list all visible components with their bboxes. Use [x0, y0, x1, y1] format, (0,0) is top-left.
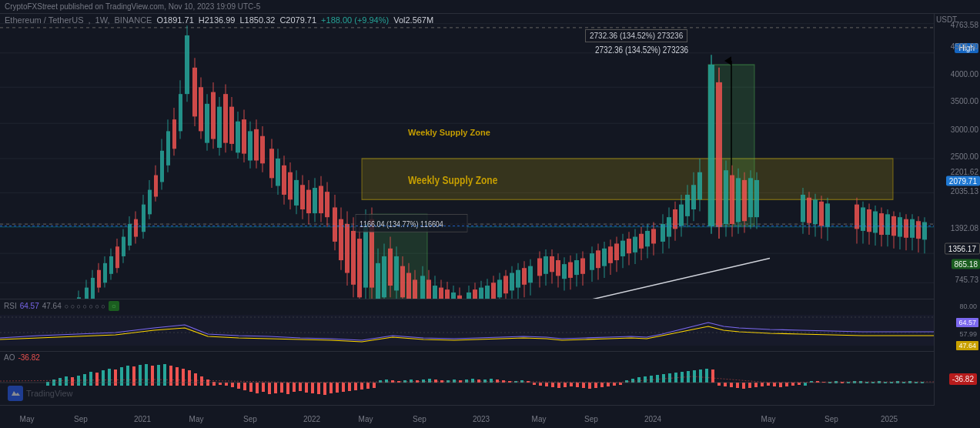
- svg-rect-296: [83, 374, 86, 386]
- time-label-2025: 2025: [881, 415, 898, 423]
- svg-rect-326: [268, 383, 271, 394]
- svg-rect-351: [422, 380, 425, 383]
- svg-rect-314: [194, 373, 197, 386]
- svg-rect-383: [619, 383, 622, 385]
- ao-value: -36.82: [18, 353, 39, 362]
- svg-rect-371: [545, 383, 548, 386]
- price-3000: 3000.00: [951, 125, 978, 134]
- ao-value-badge: -36.82: [949, 373, 977, 385]
- svg-rect-384: [625, 380, 628, 383]
- svg-rect-373: [557, 383, 560, 388]
- rsi-level-57: 57.99: [959, 330, 977, 338]
- rsi-level-64: 64.57: [956, 318, 978, 327]
- svg-rect-324: [256, 383, 259, 393]
- svg-rect-363: [496, 380, 499, 383]
- ao-label-row: AO -36.82: [4, 353, 40, 362]
- svg-rect-385: [631, 379, 634, 383]
- ao-chart: [0, 363, 934, 403]
- svg-rect-341: [360, 383, 363, 390]
- rsi-dots: ○ ○ ○ ○ ○ ○ ○: [65, 303, 105, 310]
- time-label-2024: 2024: [644, 415, 661, 423]
- svg-rect-345: [385, 380, 388, 383]
- svg-rect-389: [656, 375, 659, 383]
- time-label-sep2: Sep: [243, 415, 257, 423]
- svg-rect-425: [878, 381, 881, 383]
- svg-rect-372: [551, 383, 554, 387]
- svg-rect-359: [471, 379, 474, 383]
- svg-rect-300: [108, 369, 111, 386]
- tradingview-text: TradingView: [26, 389, 73, 398]
- svg-rect-386: [637, 377, 641, 383]
- time-axis: May Sep 2021 May Sep 2022 May Sep 2023 M…: [0, 405, 934, 428]
- svg-text:1166.04 (134.77%) 116604: 1166.04 (134.77%) 116604: [360, 219, 443, 229]
- svg-rect-320: [231, 383, 234, 387]
- low-value: L1850.32: [239, 15, 275, 25]
- price-4763: 4763.58: [951, 21, 978, 29]
- price-4500: 4500.00: [951, 42, 978, 51]
- time-label-may2: May: [189, 415, 204, 423]
- svg-rect-403: [742, 383, 745, 389]
- svg-rect-301: [114, 369, 117, 386]
- svg-rect-336: [329, 383, 333, 393]
- rsi-level-80: 80.00: [959, 303, 977, 310]
- svg-rect-328: [280, 383, 283, 393]
- svg-rect-374: [564, 383, 567, 387]
- svg-rect-412: [798, 383, 801, 385]
- svg-rect-411: [791, 383, 794, 386]
- exchange: BINANCE: [115, 15, 152, 25]
- svg-rect-299: [102, 370, 105, 386]
- time-label-may: May: [20, 415, 35, 423]
- svg-rect-346: [391, 380, 394, 383]
- svg-rect-388: [650, 376, 653, 383]
- time-label-may5: May: [761, 415, 776, 423]
- svg-rect-323: [249, 383, 253, 392]
- svg-rect-311: [176, 367, 179, 386]
- svg-rect-342: [366, 383, 370, 389]
- svg-rect-381: [607, 383, 610, 386]
- volume-value: Vol2.567M: [393, 15, 433, 25]
- svg-rect-396: [699, 369, 702, 383]
- svg-rect-340: [354, 383, 357, 390]
- svg-rect-333: [311, 383, 314, 393]
- high-value: H2136.99: [199, 15, 236, 25]
- svg-rect-293: [65, 376, 68, 386]
- svg-rect-337: [336, 383, 339, 393]
- rsi-label: RSI: [4, 302, 17, 310]
- svg-rect-378: [588, 383, 591, 389]
- svg-rect-335: [323, 383, 326, 395]
- svg-rect-315: [200, 376, 203, 386]
- time-label-sep3: Sep: [413, 415, 426, 423]
- svg-rect-313: [188, 370, 191, 386]
- svg-rect-321: [237, 383, 240, 389]
- svg-rect-295: [77, 376, 80, 386]
- rsi-axis: 80.00 64.57 57.99 47.64: [934, 301, 978, 353]
- rsi-badge: ○: [109, 301, 119, 311]
- svg-rect-428: [896, 381, 899, 383]
- svg-text:Weekly Supply Zone: Weekly Supply Zone: [408, 174, 498, 187]
- ohlc-bar: Ethereum / TetherUS , 1W, BINANCE O1891.…: [5, 15, 433, 25]
- price-1356-badge: 1356.17: [945, 243, 980, 255]
- price-2035: 2035.13: [951, 187, 978, 196]
- svg-rect-409: [779, 383, 782, 387]
- price-2500: 2500.00: [951, 152, 978, 161]
- current-price-badge: 2079.71: [946, 176, 980, 186]
- svg-rect-376: [576, 383, 579, 387]
- rsi-chart: [0, 311, 934, 349]
- rsi-section: RSI 64.57 47.64 ○ ○ ○ ○ ○ ○ ○ ○ 80.00 64…: [0, 299, 934, 351]
- svg-text:2732.36 (134.52%) 273236: 2732.36 (134.52%) 273236: [595, 45, 688, 55]
- time-label-2023: 2023: [473, 415, 490, 423]
- svg-rect-369: [533, 383, 536, 385]
- svg-rect-334: [317, 383, 320, 394]
- svg-rect-410: [785, 383, 788, 386]
- time-label-sep: Sep: [74, 415, 88, 423]
- svg-rect-375: [570, 383, 573, 386]
- rsi-value2-prefix: 47.64: [42, 302, 62, 310]
- svg-rect-406: [761, 383, 764, 386]
- price-1392: 1392.08: [951, 224, 978, 232]
- ao-label: AO: [4, 353, 15, 362]
- svg-rect-344: [379, 380, 382, 383]
- svg-rect-318: [219, 383, 222, 385]
- svg-rect-399: [717, 383, 721, 386]
- svg-rect-332: [305, 383, 308, 393]
- publisher-info: CryptoFXStreet published on TradingView.…: [5, 2, 260, 11]
